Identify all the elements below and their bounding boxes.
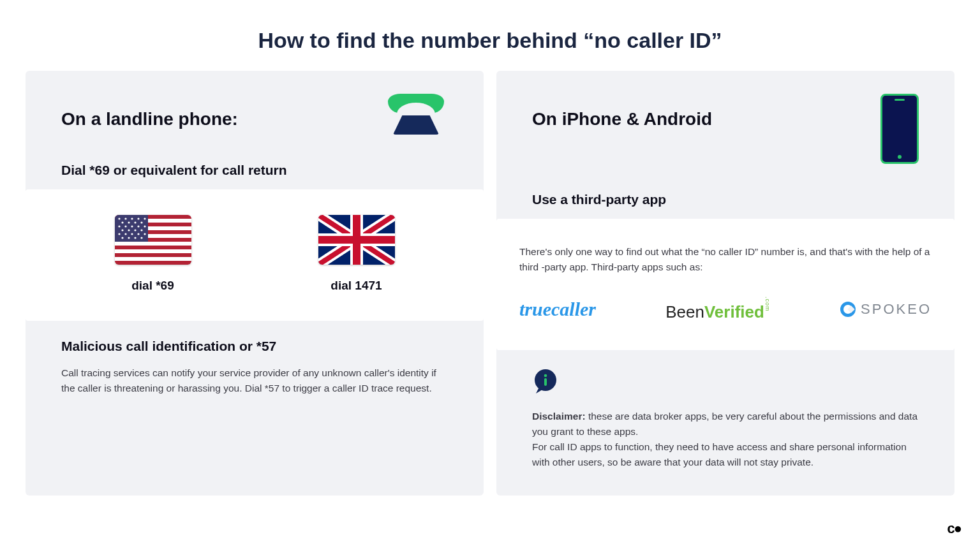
svg-point-27 (124, 233, 126, 235)
svg-point-22 (121, 229, 123, 231)
svg-point-21 (144, 225, 145, 227)
svg-rect-42 (544, 378, 547, 386)
mobile-header: On iPhone & Android (532, 94, 919, 164)
landline-sub2: Malicious call identification or *57 (61, 339, 448, 354)
svg-rect-39 (318, 236, 395, 244)
svg-point-14 (128, 221, 130, 223)
svg-point-31 (121, 237, 123, 239)
disclaimer-label: Disclaimer: (532, 411, 586, 422)
svg-point-20 (137, 225, 139, 227)
svg-point-16 (140, 221, 142, 223)
svg-point-26 (118, 233, 120, 235)
svg-point-41 (544, 374, 547, 378)
mobile-heading: On iPhone & Android (532, 109, 712, 129)
landline-body: Call tracing services can notify your se… (61, 365, 448, 396)
disclaimer-p1: Disclaimer: these are data broker apps, … (532, 409, 919, 439)
svg-point-32 (128, 237, 130, 239)
mobile-card: On iPhone & Android Use a third-party ap… (496, 71, 954, 496)
svg-rect-4 (115, 242, 191, 246)
us-dial-label: dial *69 (131, 279, 174, 293)
smartphone-icon (880, 94, 919, 164)
mobile-intro: There's only one way to find out what th… (519, 244, 932, 275)
beenverified-logo: BeenVerified.com (665, 297, 771, 322)
svg-point-18 (124, 225, 126, 227)
beenverified-part1: Been (665, 302, 704, 321)
disclaimer-p2: For call ID apps to function, they need … (532, 439, 919, 470)
uk-dial-label: dial 1471 (330, 279, 382, 293)
svg-point-19 (131, 225, 133, 227)
landline-header: On a landline phone: (61, 94, 448, 135)
disclaimer-text-1: these are data broker apps, be very care… (532, 411, 917, 437)
landline-card: On a landline phone: Dial *69 or equival… (26, 71, 484, 496)
info-icon (532, 368, 919, 397)
svg-point-8 (118, 217, 120, 219)
svg-point-25 (140, 229, 142, 231)
svg-point-12 (144, 217, 145, 219)
mobile-sub1: Use a third-party app (532, 192, 919, 207)
svg-point-15 (134, 221, 136, 223)
svg-point-34 (140, 237, 142, 239)
svg-point-11 (137, 217, 139, 219)
svg-rect-5 (115, 249, 191, 253)
truecaller-logo: truecaller (519, 298, 596, 320)
beenverified-part2: Verified (704, 302, 764, 321)
svg-point-30 (144, 233, 145, 235)
svg-point-29 (137, 233, 139, 235)
landline-sub1: Dial *69 or equivalent for call return (61, 163, 448, 178)
app-logos-row: truecaller BeenVerified.com SPOKEO (519, 297, 932, 322)
landline-flag-panel: dial *69 dial 1471 (26, 189, 484, 321)
svg-point-28 (131, 233, 133, 235)
spokeo-ring-icon (840, 302, 856, 317)
mobile-apps-panel: There's only one way to find out what th… (496, 219, 954, 350)
footer-logo: c● (947, 520, 961, 537)
us-flag-icon (115, 215, 191, 265)
svg-point-10 (131, 217, 133, 219)
page-title: How to find the number behind “no caller… (0, 28, 980, 53)
landline-heading: On a landline phone: (61, 109, 238, 129)
svg-point-17 (118, 225, 120, 227)
svg-rect-6 (115, 257, 191, 261)
beenverified-part3: .com (764, 297, 771, 312)
spokeo-text: SPOKEO (861, 301, 932, 318)
uk-column: dial 1471 (318, 215, 395, 293)
svg-point-23 (128, 229, 130, 231)
svg-point-33 (134, 237, 136, 239)
svg-point-9 (124, 217, 126, 219)
svg-point-24 (134, 229, 136, 231)
us-column: dial *69 (115, 215, 191, 293)
columns-container: On a landline phone: Dial *69 or equival… (0, 71, 980, 496)
svg-point-13 (121, 221, 123, 223)
spokeo-logo: SPOKEO (840, 301, 932, 318)
uk-flag-icon (318, 215, 395, 265)
landline-phone-icon (384, 94, 448, 135)
